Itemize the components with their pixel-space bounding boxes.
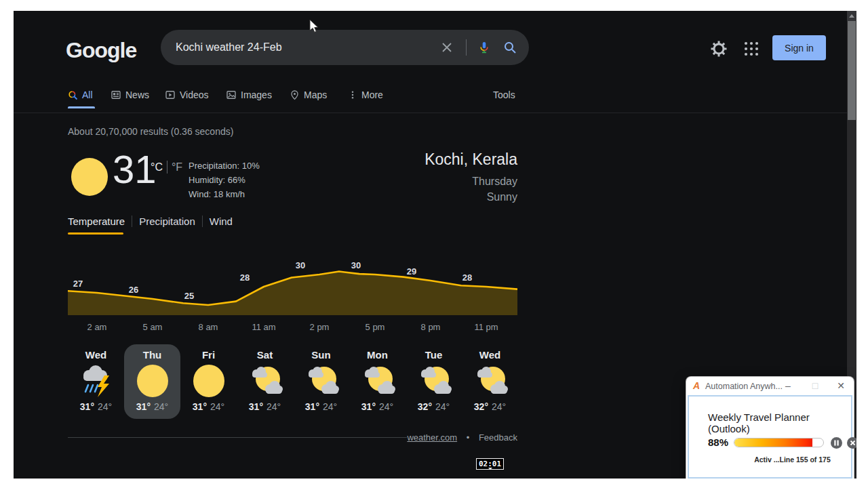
tab-news[interactable]: News <box>111 89 149 100</box>
svg-text:8 pm: 8 pm <box>421 322 441 332</box>
tools-button[interactable]: Tools <box>493 89 515 100</box>
unit-fahrenheit-toggle[interactable]: °F <box>172 161 182 174</box>
low-temp: 24° <box>492 401 506 412</box>
svg-text:8 am: 8 am <box>199 322 218 332</box>
tab-divider <box>132 216 132 227</box>
progress-bar <box>734 438 824 447</box>
svg-text:5 am: 5 am <box>143 322 163 332</box>
clear-search-icon[interactable] <box>440 41 454 54</box>
high-temp: 31° <box>305 401 319 412</box>
forecast-cell-wed[interactable]: Wed 32°24° <box>462 344 518 419</box>
tab-images[interactable]: Images <box>226 89 272 100</box>
search-input[interactable]: Kochi weather 24-Feb <box>176 30 282 65</box>
current-temperature: 31 <box>113 146 157 192</box>
forecast-cell-sun[interactable]: Sun 31°24° <box>293 344 349 419</box>
forecast-cell-fri[interactable]: Fri 31°24° <box>180 344 237 419</box>
tab-precipitation[interactable]: Precipitation <box>139 216 195 227</box>
tab-maps[interactable]: Maps <box>290 89 327 100</box>
forecast-cell-wed[interactable]: Wed 31°24° <box>68 344 124 419</box>
settings-gear-icon[interactable] <box>711 41 727 57</box>
partly-cloudy-icon <box>360 363 395 399</box>
search-box[interactable]: Kochi weather 24-Feb <box>161 30 529 65</box>
partly-cloudy-icon <box>304 363 339 399</box>
search-nav-bar: All News Videos Images Maps More Tools <box>14 87 856 113</box>
bot-action-status: Action: capture <box>708 476 767 479</box>
google-apps-grid-icon[interactable] <box>743 41 760 57</box>
forecast-day-label: Thu <box>143 349 162 361</box>
feedback-link[interactable]: Feedback <box>479 432 517 443</box>
low-temp: 24° <box>210 401 224 412</box>
search-divider <box>466 39 467 56</box>
bot-task-name: Weekly Travel Planner (Outlook) <box>708 411 851 434</box>
mouse-cursor <box>309 19 320 34</box>
svg-text:11 am: 11 am <box>252 322 275 332</box>
high-temp: 32° <box>418 401 432 412</box>
high-temp: 31° <box>361 401 376 412</box>
unit-divider <box>167 161 167 174</box>
search-submit-icon[interactable] <box>503 41 517 54</box>
daily-forecast-row: Wed 31°24° Thu 31°24° Fri 31°24° Sat 31°… <box>68 344 518 420</box>
rain-thunder-icon <box>79 363 114 399</box>
tab-more[interactable]: More <box>348 89 383 100</box>
tab-all-label: All <box>82 89 93 100</box>
svg-text:2 pm: 2 pm <box>310 322 330 332</box>
browser-viewport: Google Kochi weather 24-Feb Sign in All … <box>14 11 856 479</box>
tab-temperature[interactable]: Temperature <box>68 216 125 227</box>
svg-text:25: 25 <box>184 291 194 301</box>
forecast-day-label: Sat <box>257 349 273 361</box>
forecast-cell-thu[interactable]: Thu 31°24° <box>124 344 180 419</box>
active-tab-underline <box>68 106 95 108</box>
active-weather-tab-underline <box>68 232 123 235</box>
minimize-icon[interactable]: – <box>781 379 795 392</box>
forecast-day-label: Wed <box>479 349 500 361</box>
maps-icon <box>290 89 300 100</box>
svg-text:2 am: 2 am <box>87 322 107 332</box>
weather-tabs: Temperature Precipitation Wind <box>68 216 233 227</box>
images-icon <box>226 89 237 100</box>
google-logo[interactable]: Google <box>66 38 136 63</box>
weather-day: Thursday <box>298 174 517 189</box>
svg-text:5 pm: 5 pm <box>366 322 385 332</box>
precipitation-value: Precipitation: 10% <box>189 159 260 173</box>
scroll-up-arrow-icon[interactable] <box>847 11 856 21</box>
tab-divider <box>202 216 203 227</box>
low-temp: 24° <box>154 401 168 412</box>
tab-more-label: More <box>361 89 383 100</box>
forecast-cell-sat[interactable]: Sat 31°24° <box>237 344 293 419</box>
forecast-cell-mon[interactable]: Mon 31°24° <box>349 344 406 419</box>
weather-source-link[interactable]: weather.com <box>407 432 457 443</box>
forecast-day-label: Mon <box>367 349 388 361</box>
tab-videos[interactable]: Videos <box>165 89 209 100</box>
svg-text:29: 29 <box>407 266 416 277</box>
wind-value: Wind: 18 km/h <box>189 187 260 201</box>
svg-text:30: 30 <box>296 260 305 270</box>
close-icon[interactable]: ✕ <box>834 379 848 392</box>
news-icon <box>111 89 121 100</box>
unit-celsius-toggle[interactable]: °C <box>151 161 163 174</box>
maximize-icon[interactable]: □ <box>808 379 822 392</box>
partly-cloudy-icon <box>416 363 452 399</box>
svg-text:11 pm: 11 pm <box>474 322 498 332</box>
humidity-value: Humidity: 66% <box>189 173 260 187</box>
popup-body: Weekly Travel Planner (Outlook) 88% Acti… <box>688 395 852 479</box>
tab-news-label: News <box>125 89 149 100</box>
popup-title-bar[interactable]: A Automation Anywh... – □ ✕ <box>686 377 854 395</box>
stop-bot-button[interactable] <box>847 437 856 449</box>
tab-all[interactable]: All <box>68 89 93 100</box>
sign-in-button[interactable]: Sign in <box>772 35 826 60</box>
forecast-day-label: Fri <box>202 349 215 361</box>
low-temp: 24° <box>323 401 337 412</box>
tab-images-label: Images <box>241 89 272 100</box>
popup-title: Automation Anywh... <box>705 382 783 391</box>
forecast-cell-tue[interactable]: Tue 32°24° <box>406 344 462 419</box>
low-temp: 24° <box>379 401 393 412</box>
voice-search-icon[interactable] <box>477 41 491 54</box>
tab-wind[interactable]: Wind <box>210 216 233 227</box>
weather-details: Precipitation: 10% Humidity: 66% Wind: 1… <box>189 159 260 201</box>
svg-text:27: 27 <box>73 279 83 289</box>
scrollbar-thumb[interactable] <box>848 21 856 120</box>
pause-bot-button[interactable] <box>831 437 842 449</box>
automation-anywhere-window[interactable]: A Automation Anywh... – □ ✕ Weekly Trave… <box>686 377 854 479</box>
weather-attribution: weather.com • Feedback <box>298 432 517 443</box>
results-stats: About 20,70,000 results (0.36 seconds) <box>68 126 233 137</box>
